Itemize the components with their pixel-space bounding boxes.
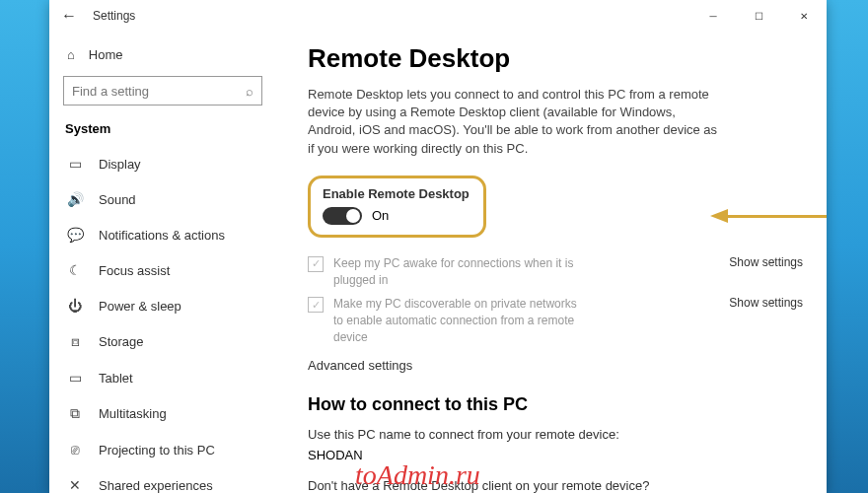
- sidebar-item-label: Multitasking: [99, 406, 167, 421]
- close-button[interactable]: ✕: [781, 0, 827, 32]
- discoverable-row: ✓ Make my PC discoverable on private net…: [308, 296, 803, 345]
- sidebar-item-multitasking[interactable]: ⧉Multitasking: [61, 395, 264, 432]
- sidebar-item-power[interactable]: ⏻Power & sleep: [61, 288, 264, 323]
- home-label: Home: [89, 47, 123, 62]
- back-button[interactable]: ←: [61, 7, 85, 25]
- window-title: Settings: [93, 9, 135, 23]
- sidebar-item-label: Projecting to this PC: [99, 443, 215, 458]
- multitasking-icon: ⧉: [67, 405, 83, 422]
- focus-icon: ☾: [67, 262, 83, 278]
- sidebar-item-display[interactable]: ▭Display: [61, 146, 264, 181]
- sidebar-item-shared[interactable]: ✕Shared experiences: [61, 467, 264, 493]
- enable-remote-desktop-toggle[interactable]: [323, 207, 362, 225]
- keep-awake-checkbox[interactable]: ✓: [308, 256, 324, 272]
- sidebar: ⌂ Home Find a setting ⌕ System ▭Display …: [49, 32, 276, 493]
- display-icon: ▭: [67, 156, 83, 172]
- connect-heading: How to connect to this PC: [308, 394, 803, 415]
- maximize-button[interactable]: ☐: [736, 0, 781, 32]
- sidebar-item-label: Display: [99, 157, 141, 172]
- search-icon: ⌕: [246, 84, 253, 99]
- sidebar-item-label: Tablet: [99, 371, 133, 386]
- home-icon: ⌂: [67, 47, 75, 62]
- minimize-button[interactable]: ─: [690, 0, 736, 32]
- sidebar-item-tablet[interactable]: ▭Tablet: [61, 360, 264, 395]
- sidebar-item-focus-assist[interactable]: ☾Focus assist: [61, 252, 264, 288]
- pc-name: SHODAN: [308, 448, 803, 462]
- sidebar-item-storage[interactable]: ⧈Storage: [61, 323, 264, 360]
- section-label: System: [61, 115, 264, 146]
- shared-icon: ✕: [67, 477, 83, 493]
- settings-window: ← Settings ─ ☐ ✕ ⌂ Home Find a setting ⌕…: [49, 0, 827, 493]
- sidebar-item-label: Sound: [99, 192, 136, 207]
- keep-awake-label: Keep my PC awake for connections when it…: [333, 255, 590, 289]
- sidebar-item-label: Shared experiences: [99, 478, 213, 493]
- main-panel: Remote Desktop Remote Desktop lets you c…: [276, 32, 827, 493]
- sound-icon: 🔊: [67, 191, 83, 207]
- nav-list: ▭Display 🔊Sound 💬Notifications & actions…: [61, 146, 264, 493]
- toggle-label: Enable Remote Desktop: [323, 186, 470, 201]
- keep-awake-row: ✓ Keep my PC awake for connections when …: [308, 255, 803, 289]
- discoverable-label: Make my PC discoverable on private netwo…: [333, 296, 590, 345]
- page-title: Remote Desktop: [308, 43, 803, 74]
- intro-text: Remote Desktop lets you connect to and c…: [308, 86, 722, 158]
- sidebar-item-label: Focus assist: [99, 263, 170, 278]
- sidebar-item-sound[interactable]: 🔊Sound: [61, 181, 264, 217]
- advanced-settings-link[interactable]: Advanced settings: [308, 358, 803, 373]
- search-placeholder: Find a setting: [72, 84, 246, 99]
- notifications-icon: 💬: [67, 227, 83, 243]
- show-settings-link-1[interactable]: Show settings: [729, 255, 803, 269]
- storage-icon: ⧈: [67, 333, 83, 350]
- discoverable-checkbox[interactable]: ✓: [308, 297, 324, 313]
- power-icon: ⏻: [67, 298, 83, 314]
- highlight-arrow: [710, 209, 827, 223]
- sidebar-item-label: Storage: [99, 334, 144, 349]
- show-settings-link-2[interactable]: Show settings: [729, 296, 803, 310]
- client-question: Don't have a Remote Desktop client on yo…: [308, 478, 803, 493]
- sidebar-item-notifications[interactable]: 💬Notifications & actions: [61, 217, 264, 252]
- search-input[interactable]: Find a setting ⌕: [63, 76, 262, 106]
- sidebar-item-label: Notifications & actions: [99, 228, 225, 243]
- tablet-icon: ▭: [67, 370, 83, 386]
- sidebar-item-projecting[interactable]: ⎚Projecting to this PC: [61, 432, 264, 467]
- home-link[interactable]: ⌂ Home: [61, 39, 264, 70]
- projecting-icon: ⎚: [67, 442, 83, 458]
- toggle-state: On: [372, 208, 389, 223]
- titlebar: ← Settings ─ ☐ ✕: [49, 0, 827, 32]
- connect-text: Use this PC name to connect from your re…: [308, 427, 803, 442]
- enable-remote-desktop-block: Enable Remote Desktop On: [308, 176, 486, 238]
- sidebar-item-label: Power & sleep: [99, 299, 181, 314]
